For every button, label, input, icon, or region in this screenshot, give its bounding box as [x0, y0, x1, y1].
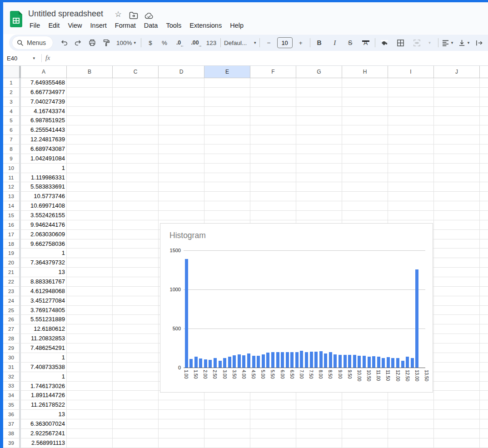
row-header-13[interactable]: 13 [3, 192, 21, 201]
cell-partial[interactable] [480, 353, 488, 363]
cell-F13[interactable] [250, 192, 296, 201]
cell-A20[interactable]: 7.364379732 [21, 258, 67, 268]
cell-F6[interactable] [250, 125, 296, 135]
cell-partial[interactable] [480, 211, 488, 220]
cell-A14[interactable]: 10.69971408 [21, 201, 67, 211]
cell-B22[interactable] [67, 277, 113, 287]
row-header-25[interactable]: 25 [3, 306, 21, 315]
cell-J14[interactable] [434, 201, 480, 211]
column-header-G[interactable]: G [296, 66, 342, 78]
cell-C35[interactable] [113, 400, 159, 410]
cell-G15[interactable] [296, 211, 342, 220]
cell-J4[interactable] [434, 107, 480, 116]
cell-C20[interactable] [113, 258, 159, 268]
cell-E4[interactable] [204, 107, 250, 116]
name-box[interactable]: E40 ▾ [3, 55, 38, 62]
font-select[interactable]: Defaul... ▾ [224, 37, 256, 49]
cell-B17[interactable] [67, 230, 113, 239]
cell-B6[interactable] [67, 125, 113, 135]
cell-partial[interactable] [480, 116, 488, 125]
cell-C9[interactable] [113, 154, 159, 164]
bold-button[interactable]: B [314, 37, 325, 49]
cell-C30[interactable] [113, 353, 159, 363]
cell-B33[interactable] [67, 382, 113, 391]
cell-C17[interactable] [113, 230, 159, 239]
column-header-I[interactable]: I [388, 66, 434, 78]
cell-C7[interactable] [113, 135, 159, 144]
undo-button[interactable] [58, 37, 70, 49]
cell-partial[interactable] [480, 324, 488, 334]
cell-C19[interactable] [113, 249, 159, 258]
cell-D4[interactable] [159, 107, 204, 116]
cell-C25[interactable] [113, 306, 159, 315]
cell-H15[interactable] [342, 211, 388, 220]
cell-C8[interactable] [113, 144, 159, 154]
cell-partial[interactable] [480, 315, 488, 324]
increase-font-size-button[interactable]: + [295, 37, 307, 49]
cell-B5[interactable] [67, 116, 113, 125]
cell-A30[interactable]: 1 [21, 353, 67, 363]
row-header-38[interactable]: 38 [3, 429, 21, 438]
cell-F2[interactable] [250, 88, 296, 97]
cell-A24[interactable]: 3.451277084 [21, 296, 67, 306]
cell-C28[interactable] [113, 334, 159, 343]
cell-G2[interactable] [296, 88, 342, 97]
row-header-12[interactable]: 12 [3, 182, 21, 192]
cell-D7[interactable] [159, 135, 204, 144]
cell-C10[interactable] [113, 164, 159, 173]
cell-B7[interactable] [67, 135, 113, 144]
cell-E1[interactable] [204, 78, 250, 88]
row-header-26[interactable]: 26 [3, 315, 21, 324]
cell-J17[interactable] [434, 230, 480, 239]
cell-E6[interactable] [204, 125, 250, 135]
row-header-35[interactable]: 35 [3, 400, 21, 410]
cell-J6[interactable] [434, 125, 480, 135]
cell-B39[interactable] [67, 438, 113, 448]
row-header-36[interactable]: 36 [3, 410, 21, 419]
cell-D35[interactable] [159, 400, 204, 410]
row-header-4[interactable]: 4 [3, 107, 21, 116]
cell-J11[interactable] [434, 173, 480, 183]
cell-partial[interactable] [480, 277, 488, 287]
cell-partial[interactable] [480, 78, 488, 88]
cell-J23[interactable] [434, 287, 480, 296]
cell-partial[interactable] [480, 173, 488, 183]
decrease-decimal-button[interactable]: .0← [173, 37, 184, 49]
cell-A15[interactable]: 3.552426155 [21, 211, 67, 220]
cell-A29[interactable]: 7.486254291 [21, 343, 67, 353]
cell-E11[interactable] [204, 173, 250, 183]
row-header-34[interactable]: 34 [3, 391, 21, 400]
cell-E7[interactable] [204, 135, 250, 144]
cell-J24[interactable] [434, 296, 480, 306]
row-header-6[interactable]: 6 [3, 125, 21, 135]
cell-partial[interactable] [480, 268, 488, 277]
cell-D6[interactable] [159, 125, 204, 135]
cell-J39[interactable] [434, 438, 480, 448]
cell-B36[interactable] [67, 410, 113, 419]
text-color-button[interactable]: A [360, 37, 372, 49]
row-header-14[interactable]: 14 [3, 201, 21, 211]
cell-A17[interactable]: 2.063030609 [21, 230, 67, 239]
cell-A11[interactable]: 1.119986331 [21, 173, 67, 183]
cell-D12[interactable] [159, 182, 204, 192]
cell-B4[interactable] [67, 107, 113, 116]
cell-C38[interactable] [113, 429, 159, 438]
cell-J22[interactable] [434, 277, 480, 287]
cell-C2[interactable] [113, 88, 159, 97]
cell-H35[interactable] [342, 400, 388, 410]
cell-J5[interactable] [434, 116, 480, 125]
cell-J16[interactable] [434, 220, 480, 230]
cell-partial[interactable] [480, 410, 488, 419]
cell-F4[interactable] [250, 107, 296, 116]
cell-D2[interactable] [159, 88, 204, 97]
cell-E15[interactable] [204, 211, 250, 220]
cell-partial[interactable] [480, 382, 488, 391]
cell-B28[interactable] [67, 334, 113, 343]
horizontal-align-button[interactable]: ▾ [442, 37, 453, 49]
paint-format-button[interactable] [100, 37, 112, 49]
merge-cells-caret[interactable]: ▾ [423, 37, 435, 49]
format-percent-button[interactable]: % [159, 37, 170, 49]
cell-G10[interactable] [296, 164, 342, 173]
cell-A1[interactable]: 7.649355468 [21, 78, 67, 88]
cell-C15[interactable] [113, 211, 159, 220]
